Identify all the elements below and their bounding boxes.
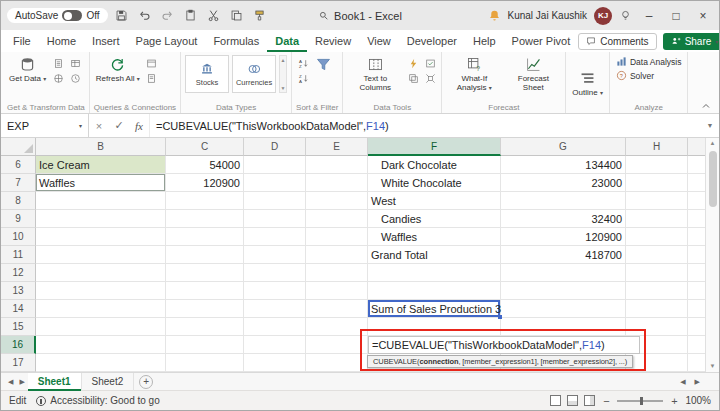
sheet-nav-right-icon[interactable]: ▶: [16, 373, 27, 391]
cancel-button[interactable]: ×: [89, 120, 109, 132]
sheet-tab-sheet1[interactable]: Sheet1: [28, 373, 82, 391]
cell-E9[interactable]: [306, 210, 368, 228]
cell-E11[interactable]: [306, 246, 368, 264]
cell-C8[interactable]: [166, 192, 244, 210]
cell-E14[interactable]: [306, 300, 368, 318]
ribbon-tab-page-layout[interactable]: Page Layout: [128, 30, 206, 52]
hscroll-left-icon[interactable]: ◀: [677, 373, 688, 391]
cell-D16[interactable]: [244, 336, 306, 354]
formula-bar-expand-button[interactable]: ▼: [701, 122, 719, 129]
cell-C6[interactable]: 54000: [166, 156, 244, 174]
cell-B13[interactable]: [36, 282, 166, 300]
page-layout-view-icon[interactable]: [567, 395, 578, 406]
cell-H10[interactable]: [626, 228, 688, 246]
accessibility-status[interactable]: Accessibility: Good to go: [36, 395, 160, 406]
cell-C15[interactable]: [166, 318, 244, 336]
data-analysis-button[interactable]: Data Analysis: [614, 55, 684, 68]
zoom-level[interactable]: 100%: [685, 395, 711, 406]
cell-G8[interactable]: [501, 192, 626, 210]
flash-fill-icon[interactable]: [406, 57, 420, 70]
refresh-all-button[interactable]: Refresh All ▾: [94, 55, 142, 84]
cell-D8[interactable]: [244, 192, 306, 210]
close-button[interactable]: ×: [693, 6, 713, 26]
cell-G9[interactable]: 32400: [501, 210, 626, 228]
row-header-10[interactable]: 10: [1, 228, 36, 246]
insert-function-button[interactable]: fx: [129, 120, 149, 132]
normal-view-icon[interactable]: [550, 395, 561, 406]
cell-G13[interactable]: [501, 282, 626, 300]
column-header-E[interactable]: E: [306, 138, 368, 156]
cut-icon[interactable]: [205, 7, 223, 25]
collapse-ribbon-button[interactable]: [701, 100, 713, 110]
cell-D15[interactable]: [244, 318, 306, 336]
cell-B9[interactable]: [36, 210, 166, 228]
comments-button[interactable]: Comments: [578, 33, 656, 50]
cell-B11[interactable]: [36, 246, 166, 264]
cell-F12[interactable]: [368, 264, 501, 282]
cell-D7[interactable]: [244, 174, 306, 192]
get-data-button[interactable]: Get Data ▾: [7, 55, 48, 84]
cell-H13[interactable]: [626, 282, 688, 300]
cell-F10[interactable]: Waffles: [368, 228, 501, 246]
properties-icon[interactable]: [145, 72, 159, 85]
page-break-view-icon[interactable]: [584, 395, 595, 406]
zoom-in-button[interactable]: +: [669, 395, 679, 407]
from-web-icon[interactable]: [51, 72, 65, 85]
cell-E16[interactable]: [306, 336, 368, 354]
cell-C12[interactable]: [166, 264, 244, 282]
ribbon-tab-file[interactable]: File: [5, 30, 39, 52]
cell-G12[interactable]: [501, 264, 626, 282]
column-header-F[interactable]: F: [368, 138, 501, 156]
cell-C17[interactable]: [166, 354, 244, 372]
cell-F15[interactable]: [368, 318, 501, 336]
name-box[interactable]: EXP ▾: [1, 114, 89, 137]
cell-H8[interactable]: [626, 192, 688, 210]
avatar[interactable]: KJ: [594, 7, 612, 25]
cell-H14[interactable]: [626, 300, 688, 318]
row-header-13[interactable]: 13: [1, 282, 36, 300]
recent-sources-icon[interactable]: [68, 72, 82, 85]
row-header-8[interactable]: 8: [1, 192, 36, 210]
cell-H9[interactable]: [626, 210, 688, 228]
cell-D9[interactable]: [244, 210, 306, 228]
consolidate-icon[interactable]: [423, 72, 437, 85]
column-header-D[interactable]: D: [244, 138, 306, 156]
cell-B14[interactable]: [36, 300, 166, 318]
what-if-analysis-button[interactable]: ? What-If Analysis ▾: [446, 55, 502, 93]
paste-icon[interactable]: [182, 7, 200, 25]
cell-H6[interactable]: [626, 156, 688, 174]
cell-B8[interactable]: [36, 192, 166, 210]
cell-B16[interactable]: [36, 336, 166, 354]
text-to-columns-button[interactable]: Text to Columns: [347, 55, 403, 93]
ribbon-tab-view[interactable]: View: [359, 30, 399, 52]
row-header-16[interactable]: 16: [1, 336, 36, 354]
currencies-data-type[interactable]: Currencies: [232, 55, 276, 93]
cell-H7[interactable]: [626, 174, 688, 192]
enter-button[interactable]: ✓: [109, 119, 129, 132]
zoom-slider-thumb[interactable]: [640, 397, 643, 405]
hscroll-right-icon[interactable]: ▶: [692, 373, 703, 391]
sort-ascending-icon[interactable]: AZ: [296, 57, 310, 70]
cell-F11[interactable]: Grand Total: [368, 246, 501, 264]
cell-E10[interactable]: [306, 228, 368, 246]
ribbon-tab-data[interactable]: Data: [267, 30, 307, 52]
data-types-scrollbar[interactable]: ▲▼: [279, 55, 287, 93]
cell-C13[interactable]: [166, 282, 244, 300]
cell-E12[interactable]: [306, 264, 368, 282]
cell-C7[interactable]: 120900: [166, 174, 244, 192]
solver-button[interactable]: ? Solver: [614, 69, 656, 82]
cell-E7[interactable]: [306, 174, 368, 192]
cell-D17[interactable]: [244, 354, 306, 372]
outline-button[interactable]: Outline ▾: [570, 69, 605, 98]
cell-C16[interactable]: [166, 336, 244, 354]
cell-C14[interactable]: [166, 300, 244, 318]
queries-connections-icon[interactable]: [145, 57, 159, 70]
cell-G6[interactable]: 134400: [501, 156, 626, 174]
sort-descending-icon[interactable]: ZA: [296, 72, 310, 85]
data-validation-icon[interactable]: [423, 57, 437, 70]
cell-H12[interactable]: [626, 264, 688, 282]
cell-B12[interactable]: [36, 264, 166, 282]
scroll-up-icon[interactable]: ▲: [710, 138, 716, 149]
cell-C9[interactable]: [166, 210, 244, 228]
cell-D10[interactable]: [244, 228, 306, 246]
